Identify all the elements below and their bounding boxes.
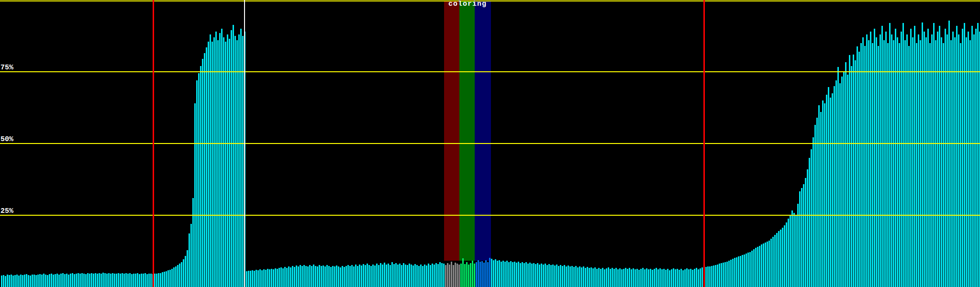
bar: [516, 263, 517, 287]
bar: [809, 158, 810, 287]
bar: [493, 260, 494, 287]
bar: [878, 46, 879, 287]
bar: [968, 32, 969, 287]
bar: [732, 259, 734, 287]
bar: [562, 266, 563, 287]
bar: [962, 29, 963, 287]
bar: [608, 267, 609, 287]
bar: [728, 261, 730, 287]
bar: [296, 265, 297, 287]
bar: [148, 274, 150, 287]
bar: [548, 264, 550, 287]
bar: [254, 271, 255, 287]
y-axis-label-75: 75%: [0, 65, 13, 71]
bar: [7, 275, 8, 287]
bar: [16, 275, 18, 287]
bar: [11, 275, 12, 287]
bar: [770, 239, 772, 287]
bar: [259, 269, 261, 287]
bar: [330, 267, 332, 287]
bar: [110, 274, 111, 287]
bar: [280, 267, 282, 287]
bar: [468, 265, 469, 287]
bar: [357, 266, 358, 287]
bar: [35, 275, 37, 287]
bar: [256, 270, 257, 287]
bar: [345, 266, 347, 287]
bar: [587, 267, 588, 287]
bar: [964, 23, 965, 287]
bar: [510, 261, 512, 287]
bar: [751, 251, 753, 287]
bar: [675, 269, 676, 287]
bar: [527, 264, 529, 287]
bar: [292, 266, 293, 287]
bar: [37, 275, 39, 287]
bar: [897, 37, 898, 287]
bar: [805, 178, 806, 287]
bar: [85, 274, 87, 287]
bar: [790, 215, 791, 287]
bar: [189, 233, 190, 287]
bar: [359, 265, 360, 287]
bar: [319, 265, 320, 287]
bar: [390, 265, 391, 287]
coloring-band-blue: [475, 1, 491, 261]
bar: [924, 32, 925, 287]
bar: [481, 261, 483, 287]
bar: [652, 270, 653, 287]
bar: [1, 276, 2, 287]
bar: [298, 266, 299, 287]
bar: [556, 265, 557, 287]
bar: [975, 29, 977, 287]
coloring-band-red: [444, 1, 459, 261]
bar: [910, 29, 912, 287]
bar: [183, 259, 184, 287]
bar: [171, 269, 173, 287]
bar: [213, 37, 215, 287]
bar: [506, 261, 508, 287]
bar: [257, 270, 259, 287]
bar: [74, 274, 75, 287]
bar: [656, 268, 657, 287]
bar: [22, 275, 23, 287]
bar: [883, 40, 885, 287]
bar: [328, 266, 330, 287]
bar: [464, 264, 466, 287]
bar: [954, 37, 956, 287]
bar: [476, 262, 477, 287]
bar: [368, 265, 370, 287]
bar: [558, 266, 559, 287]
bar: [154, 274, 156, 287]
bar: [300, 265, 301, 287]
bar: [449, 265, 450, 287]
bar: [529, 263, 531, 287]
bar: [248, 271, 249, 287]
bar: [585, 268, 586, 287]
bar: [501, 262, 502, 287]
bar: [309, 265, 311, 287]
bar: [600, 269, 601, 287]
bar: [53, 275, 54, 287]
bar: [181, 262, 182, 287]
bar: [537, 263, 538, 287]
bar: [612, 268, 613, 287]
bar: [457, 264, 458, 287]
bar: [81, 273, 83, 287]
bar: [485, 260, 487, 287]
bar: [590, 267, 592, 287]
bar: [702, 267, 703, 287]
bar: [525, 262, 527, 287]
bar: [99, 273, 100, 287]
bar: [508, 262, 510, 287]
bar: [772, 237, 774, 287]
bar: [550, 265, 552, 287]
bar: [129, 273, 131, 287]
bar: [575, 266, 577, 287]
bar: [947, 34, 948, 287]
bar: [724, 262, 726, 287]
bar: [713, 265, 714, 287]
bar: [324, 266, 326, 287]
bar: [49, 274, 50, 287]
bar: [717, 265, 718, 287]
